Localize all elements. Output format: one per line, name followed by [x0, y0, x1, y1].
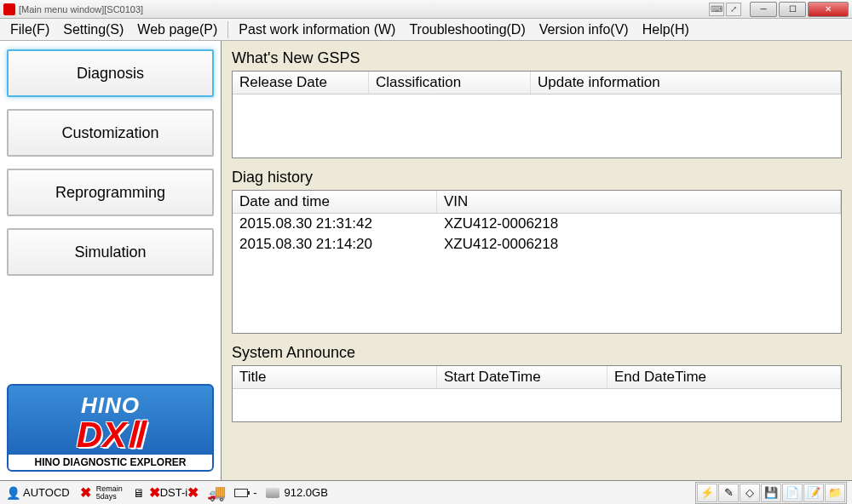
col-classification[interactable]: Classification: [369, 72, 531, 94]
close-button[interactable]: ✕: [808, 2, 849, 17]
dst-label: DST-i: [160, 486, 188, 499]
tool-pencil-icon[interactable]: ✎: [718, 484, 739, 502]
main-panel: What's New GSPS Release Date Classificat…: [222, 41, 852, 480]
customization-button[interactable]: Customization: [7, 109, 214, 157]
announce-table: Title Start DateTime End DateTime: [232, 365, 842, 422]
battery-value: -: [253, 486, 256, 499]
device-icon: 🖥: [131, 485, 147, 501]
col-vin[interactable]: VIN: [437, 191, 841, 213]
col-datetime[interactable]: Date and time: [233, 191, 437, 213]
disk-icon: [266, 488, 279, 498]
diag-header: Date and time VIN: [233, 191, 841, 214]
menu-past-work[interactable]: Past work information (W): [232, 22, 402, 37]
user-label: AUTOCD: [23, 486, 70, 499]
menu-file[interactable]: File(F): [3, 22, 56, 37]
col-update-info[interactable]: Update information: [531, 72, 841, 94]
content-area: Diagnosis Customization Reprogramming Si…: [0, 41, 852, 480]
diag-history-panel: Diag history Date and time VIN 2015.08.3…: [232, 169, 842, 334]
tool-folder-icon[interactable]: 📁: [825, 484, 845, 502]
menu-help[interactable]: Help(H): [636, 22, 696, 37]
status-remain: ✖ Remain 5days: [78, 485, 123, 501]
table-row[interactable]: 2015.08.30 21:14:20 XZU412-0006218: [233, 234, 841, 255]
simulation-button[interactable]: Simulation: [7, 228, 214, 276]
diag-table: Date and time VIN 2015.08.30 21:31:42 XZ…: [232, 190, 842, 334]
window-title: [Main menu window][SC0103]: [19, 4, 709, 14]
status-disk: 912.0GB: [266, 486, 328, 499]
app-icon: [3, 3, 15, 15]
status-truck: 🚚: [207, 484, 226, 502]
whats-new-table: Release Date Classification Update infor…: [232, 71, 842, 158]
sidebar: Diagnosis Customization Reprogramming Si…: [0, 41, 222, 480]
tool-document-icon[interactable]: 📄: [782, 484, 803, 502]
status-battery: -: [234, 486, 256, 499]
cell-datetime: 2015.08.30 21:14:20: [233, 234, 437, 255]
menubar: File(F) Setting(S) Web page(P) Past work…: [0, 19, 852, 41]
announce-body: [233, 389, 841, 421]
menu-webpage[interactable]: Web page(P): [130, 22, 224, 37]
window-special-buttons: ⌨ ⤢: [709, 3, 741, 16]
tool-edit-icon[interactable]: 📝: [803, 484, 824, 502]
expand-icon[interactable]: ⤢: [726, 3, 741, 16]
whats-new-header: Release Date Classification Update infor…: [233, 72, 841, 94]
titlebar: [Main menu window][SC0103] ⌨ ⤢ ─ ☐ ✕: [0, 0, 852, 19]
remain-text: Remain 5days: [96, 485, 123, 501]
announce-panel: System Announce Title Start DateTime End…: [232, 344, 842, 422]
window-controls: ─ ☐ ✕: [748, 2, 849, 17]
announce-title: System Announce: [232, 344, 842, 362]
col-end[interactable]: End DateTime: [607, 366, 841, 388]
cell-vin: XZU412-0006218: [437, 234, 841, 255]
remain-x-icon: ✖: [78, 485, 94, 501]
cell-vin: XZU412-0006218: [437, 214, 841, 234]
device-x-icon: ✖: [149, 484, 160, 501]
menu-setting[interactable]: Setting(S): [56, 22, 130, 37]
diag-body: 2015.08.30 21:31:42 XZU412-0006218 2015.…: [233, 214, 841, 333]
keyboard-icon[interactable]: ⌨: [709, 3, 724, 16]
menu-version[interactable]: Version info(V): [532, 22, 636, 37]
menu-separator: [227, 21, 228, 38]
hino-logo: HINO DXⅡ HINO DIAGNOSTIC EXPLORER: [7, 384, 214, 472]
tool-lightning-icon[interactable]: ⚡: [697, 484, 717, 502]
minimize-button[interactable]: ─: [750, 2, 777, 17]
whats-new-panel: What's New GSPS Release Date Classificat…: [232, 49, 842, 158]
table-row[interactable]: 2015.08.30 21:31:42 XZU412-0006218: [233, 214, 841, 234]
user-icon: 👤: [5, 485, 20, 501]
diagnosis-button[interactable]: Diagnosis: [7, 49, 214, 97]
statusbar: 👤 AUTOCD ✖ Remain 5days 🖥 ✖ DST-i ✖ 🚚 - …: [0, 480, 852, 504]
status-device: 🖥 ✖ DST-i ✖: [131, 484, 199, 501]
maximize-button[interactable]: ☐: [779, 2, 806, 17]
col-start[interactable]: Start DateTime: [437, 366, 607, 388]
whats-new-body: [233, 94, 841, 158]
toolbar-right: ⚡ ✎ ◇ 💾 📄 📝 📁: [695, 482, 847, 504]
col-title[interactable]: Title: [233, 366, 437, 388]
col-release-date[interactable]: Release Date: [233, 72, 369, 94]
status-user: 👤 AUTOCD: [5, 485, 70, 501]
battery-icon: [234, 489, 248, 497]
logo-subtitle: HINO DIAGNOSTIC EXPLORER: [9, 455, 212, 470]
diag-title: Diag history: [232, 169, 842, 186]
truck-icon: 🚚: [207, 484, 226, 502]
cell-datetime: 2015.08.30 21:31:42: [233, 214, 437, 234]
whats-new-title: What's New GSPS: [232, 49, 842, 67]
dst-x-icon: ✖: [187, 484, 199, 501]
disk-label: 912.0GB: [285, 486, 328, 499]
tool-eraser-icon[interactable]: ◇: [740, 484, 760, 502]
logo-line2: DXⅡ: [14, 419, 207, 451]
tool-save-icon[interactable]: 💾: [761, 484, 781, 502]
menu-troubleshooting[interactable]: Troubleshooting(D): [402, 22, 532, 37]
reprogramming-button[interactable]: Reprogramming: [7, 169, 214, 216]
announce-header: Title Start DateTime End DateTime: [233, 366, 841, 389]
